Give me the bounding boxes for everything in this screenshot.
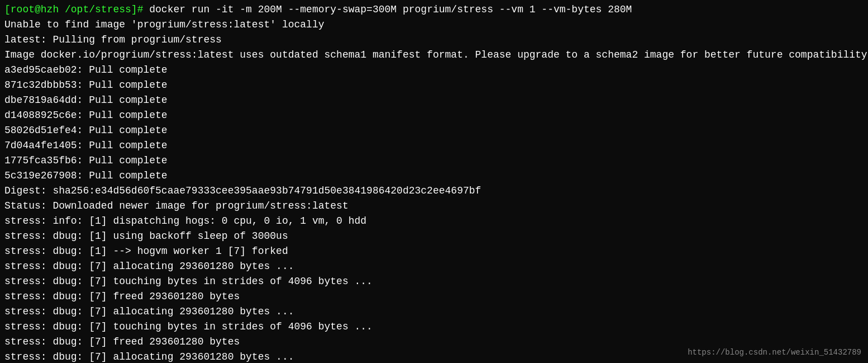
line-stress-dbug6: stress: dbug: [7] allocating 293601280 b… xyxy=(4,304,864,319)
line-stress-dbug5: stress: dbug: [7] freed 293601280 bytes xyxy=(4,289,864,304)
line-digest: Digest: sha256:e34d56d60f5caae79333cee39… xyxy=(4,183,864,199)
line-pulling: latest: Pulling from progrium/stress xyxy=(4,32,864,48)
line-5c31: 5c319e267908: Pull complete xyxy=(4,168,864,183)
line-command: [root@hzh /opt/stress]# docker run -it -… xyxy=(4,2,864,17)
line-stress-info: stress: info: [1] dispatching hogs: 0 cp… xyxy=(4,214,864,229)
terminal-output: [root@hzh /opt/stress]# docker run -it -… xyxy=(4,2,864,363)
line-1775: 1775fca35fb6: Pull complete xyxy=(4,153,864,168)
line-stress-dbug3: stress: dbug: [7] allocating 293601280 b… xyxy=(4,259,864,274)
line-stress-dbug2: stress: dbug: [1] --> hogvm worker 1 [7]… xyxy=(4,244,864,259)
line-stress-dbug7: stress: dbug: [7] touching bytes in stri… xyxy=(4,319,864,334)
line-871c: 871c32dbbb53: Pull complete xyxy=(4,78,864,93)
line-7d04: 7d04a4fe1405: Pull complete xyxy=(4,138,864,153)
line-a3ed: a3ed95caeb02: Pull complete xyxy=(4,63,864,78)
line-stress-dbug4: stress: dbug: [7] touching bytes in stri… xyxy=(4,274,864,289)
line-status: Status: Downloaded newer image for progr… xyxy=(4,199,864,214)
line-unable: Unable to find image 'progrium/stress:la… xyxy=(4,17,864,32)
line-d140: d14088925c6e: Pull complete xyxy=(4,108,864,123)
line-dbe7: dbe7819a64dd: Pull complete xyxy=(4,93,864,108)
line-image-info: Image docker.io/progrium/stress:latest u… xyxy=(4,48,864,63)
watermark: https://blog.csdn.net/weixin_51432789 xyxy=(688,347,861,359)
terminal-window: [root@hzh /opt/stress]# docker run -it -… xyxy=(0,0,868,363)
line-5802: 58026d51efe4: Pull complete xyxy=(4,123,864,138)
line-stress-dbug1: stress: dbug: [1] using backoff sleep of… xyxy=(4,229,864,244)
